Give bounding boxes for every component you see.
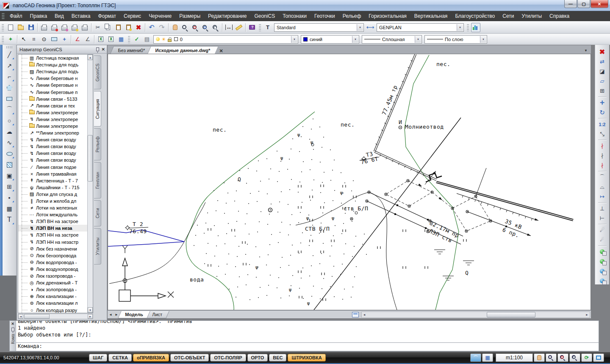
rotate-tool[interactable]: ↻ (597, 108, 607, 117)
array-tool[interactable]: ⊞ (597, 86, 607, 96)
offset-tool[interactable]: ▱ (597, 76, 607, 86)
toolbar-grip[interactable] (2, 24, 4, 31)
menu-файл[interactable]: Файл (6, 11, 26, 21)
tree-item[interactable]: ⊖Люк водопровода - (18, 259, 93, 266)
canvas-horizontal-scrollbar[interactable]: ◄ ► (361, 312, 591, 318)
tree-horizontal-scrollbar[interactable]: ◄ ► (18, 314, 93, 319)
move-tool[interactable]: ✛ (597, 98, 607, 108)
point-tool[interactable]: ▪ (4, 192, 15, 203)
zoom-dynamic-button[interactable] (201, 23, 210, 32)
line-tool[interactable]: ╱ (4, 49, 15, 60)
extend-tool[interactable]: ⊢ (597, 213, 607, 223)
tree-item[interactable]: ∿Линии береговые н (18, 75, 93, 82)
tree-item[interactable]: ⊘Люк газопровода - (18, 273, 93, 279)
tree-vertical-scrollbar[interactable]: ▲ ▼ (87, 55, 93, 313)
tree-item[interactable]: ×Линия трамвайная (18, 171, 93, 177)
cut-button[interactable]: ✂ (93, 23, 103, 32)
spline-tool[interactable]: ∿ (4, 137, 15, 148)
menu-черчение[interactable]: Черчение (145, 11, 175, 21)
properties-button[interactable] (471, 23, 480, 32)
toolbar-grip[interactable] (259, 24, 261, 31)
quick-select-button[interactable]: ⌗ (29, 35, 39, 44)
menu-вставка[interactable]: Вставка (68, 11, 94, 21)
break-tool[interactable]: ∤ (597, 141, 607, 151)
zoom-extents-status-button[interactable] (569, 353, 580, 362)
batch-plot-button[interactable] (70, 23, 79, 32)
side-tab-рельеф[interactable]: Рельеф (94, 128, 101, 160)
table-edit-button[interactable]: ▦ (116, 35, 126, 44)
menu-grip[interactable] (2, 13, 5, 19)
close-icon[interactable]: ✕ (11, 322, 14, 326)
polyline-tool[interactable]: ⌐ (4, 71, 15, 82)
tree-item[interactable]: ⊗Люк воздухопровод (18, 266, 93, 273)
tree-item[interactable]: ∕Линия связи подзе (18, 164, 93, 171)
tree-item[interactable]: ↗Линии связи и тех (18, 102, 93, 109)
draworder-status-button[interactable]: ⌒ (470, 353, 481, 362)
toggle-орто[interactable]: ОРТО (247, 354, 268, 361)
block-insert-tool[interactable]: ⊞ (4, 181, 15, 192)
hatch-tool[interactable] (4, 159, 15, 170)
tree-item[interactable]: Лестницы для подъ (18, 61, 93, 68)
publish-button[interactable] (80, 23, 89, 32)
xline-tool[interactable]: ↗ (4, 60, 15, 71)
chevron-down-icon[interactable]: ▼ (291, 36, 297, 43)
layout-preview-icon[interactable] (352, 312, 359, 317)
print-button[interactable] (39, 23, 49, 32)
grid-display-button[interactable]: ▦ (482, 353, 493, 362)
angle-snap-a-button[interactable]: ∠ (73, 35, 82, 44)
undo-button[interactable]: ↶ (147, 23, 156, 32)
tree-item[interactable]: ⋯Лоток междушпаль (18, 211, 93, 218)
tree-item[interactable]: ◎Люк дренажный - Т (18, 279, 93, 286)
dim-style-button[interactable]: ⟷ (366, 23, 375, 32)
layer-on-icon[interactable] (156, 37, 160, 41)
tree-item[interactable]: ↟Лиственница - Т - 7 (18, 177, 93, 184)
join-tool[interactable]: ∤ (597, 160, 607, 170)
regen-button[interactable]: ✦ (6, 35, 15, 44)
export-table-button[interactable]: X (106, 35, 116, 44)
tree-item[interactable]: ▥Лестница пожарная (18, 55, 93, 61)
rectangle-tool[interactable] (4, 93, 15, 104)
import-table-button[interactable]: X (96, 35, 105, 44)
tree-item[interactable]: ↯Линия связи возду (18, 150, 93, 157)
arc-edit-2-tool[interactable]: ⌓ (597, 182, 607, 192)
zoom-window-status-button[interactable] (557, 353, 568, 362)
menu-формат[interactable]: Формат (94, 11, 120, 21)
maximize-button[interactable]: ▢ (577, 0, 590, 8)
side-tab-генплан[interactable]: Генплан (94, 162, 101, 199)
color-select[interactable]: синий ▼ (301, 35, 359, 44)
toggle-отс-поляр[interactable]: ОТС-ПОЛЯР (210, 354, 246, 361)
zoom-realtime-button[interactable] (180, 23, 190, 32)
measure-button[interactable]: ↔ (224, 23, 233, 32)
stretch-tool[interactable]: ⤡ (597, 129, 607, 139)
menu-вид[interactable]: Вид (51, 11, 68, 21)
print-preview-button[interactable] (50, 23, 59, 32)
close-button[interactable]: ✕ (591, 0, 608, 8)
explode-tool[interactable]: ☄ (597, 225, 607, 235)
paste-special-button[interactable] (124, 23, 133, 32)
tree-item[interactable]: Линии электропере (18, 123, 93, 130)
scroll-down-icon[interactable]: ▼ (88, 307, 93, 313)
pin-icon[interactable] (96, 47, 99, 51)
trim-tool[interactable]: ⊥ (597, 204, 607, 213)
text-style-select[interactable]: Standard ▼ (274, 23, 364, 32)
scroll-up-icon[interactable]: ▲ (88, 55, 93, 60)
menu-топознаки[interactable]: Топознаки (279, 11, 311, 21)
draworder-back-tool[interactable] (597, 256, 607, 266)
fullscreen-status-button[interactable] (593, 353, 604, 362)
command-history[interactable]: Выберите объекты [ПРимитив/ПОслою/] <ПРи… (16, 321, 599, 343)
tree-item[interactable]: ↯ЛЭП ВН на неза (18, 225, 93, 232)
doc-tab[interactable]: Исходные данные.dwg* (147, 46, 219, 54)
menu-справка[interactable]: Справка (546, 11, 573, 21)
menu-геоточки[interactable]: Геоточки (311, 11, 339, 21)
tree-item[interactable]: ○Люк колодца разру (18, 306, 93, 313)
zoom-previous-button[interactable] (211, 23, 220, 32)
chevron-down-icon[interactable]: ▼ (357, 24, 363, 31)
plot-settings-button[interactable] (60, 23, 69, 32)
redo-button[interactable]: ↷ (157, 23, 166, 32)
text-tool[interactable]: T (4, 214, 15, 225)
selection-window-button[interactable] (50, 35, 59, 44)
revcloud-tool[interactable]: ☁ (4, 126, 15, 137)
zoom-window-button[interactable] (191, 23, 200, 32)
side-tab-сети[interactable]: Сети (94, 200, 101, 226)
tree-item[interactable]: ⊜Люк канализации л (18, 300, 93, 306)
